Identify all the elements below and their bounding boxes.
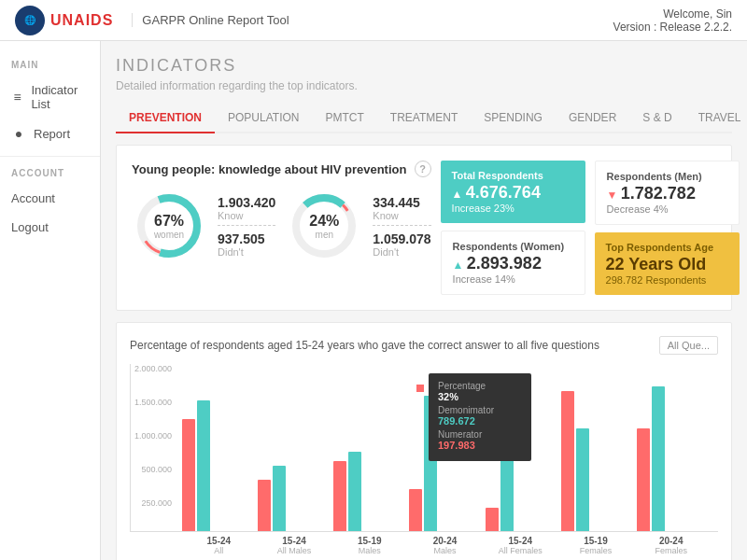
x-label-4: 15-24 All Females [483,536,558,555]
y-axis: 2.000.000 1.500.000 1.000.000 500.000 25… [131,364,177,532]
women-didnt-label: Didn't [218,246,275,258]
total-respondents-title: Total Respondents [452,170,574,181]
bar-red-6 [637,428,650,531]
header-left: 🌐 UNAIDS GARPR Online Report Tool [15,6,289,35]
sidebar-main-label: MAIN [0,56,100,76]
bar-red-3 [409,489,422,531]
right-stat-cards: Total Respondents ▲ 4.676.764 Increase 2… [441,161,585,295]
help-button[interactable]: ? [415,161,431,177]
page-subtitle: Detailed information regarding the top i… [116,79,732,92]
total-respondents-value: ▲ 4.676.764 [452,183,574,203]
bar-red-4 [486,508,499,531]
respondents-women-change: Increase 14% [453,273,573,285]
sidebar-logout-label: Logout [11,220,49,234]
x-labels: 15-24 All 15-24 All Males 15-19 Males 20… [130,536,718,555]
men-know-val: 334.445 [373,195,430,210]
chart-title: Percentage of respondents aged 15-24 yea… [130,339,599,352]
list-icon: ≡ [11,90,23,105]
men-stats: 334.445 Know 1.059.078 Didn't [373,195,430,258]
x-label-2: 15-19 Males [331,536,407,555]
tooltip-dot [416,385,424,392]
logo-emblem: 🌐 [15,6,45,35]
respondents-men-value: ▼ 1.782.782 [607,184,727,203]
sidebar-account-label-text: Account [11,191,55,205]
bar-red-5 [561,391,574,531]
top-respondents-change: 298.782 Respondents [606,274,728,286]
respondents-men-card: Respondents (Men) ▼ 1.782.782 Decrease 4… [595,161,740,225]
tab-spending[interactable]: SPENDING [471,104,556,133]
men-donut-label: 24% men [309,213,339,240]
tab-prevention[interactable]: PREVENTION [116,104,215,133]
bar-red-2 [333,461,346,531]
header-right: Welcome, Sin Version : Release 2.2.2. [613,7,732,34]
sidebar-item-indicator-list[interactable]: ≡ Indicator List [0,76,100,119]
tab-pmtct[interactable]: PMTCT [312,104,376,133]
tab-sd[interactable]: S & D [629,104,684,133]
main-content: INDICATORS Detailed information regardin… [101,41,747,560]
total-respondents-card: Total Respondents ▲ 4.676.764 Increase 2… [441,161,585,223]
bar-group-0 [182,400,254,531]
men-donut: 24% men [287,189,361,263]
young-people-title: Young people: knowledge about HIV preven… [132,161,431,177]
header: 🌐 UNAIDS GARPR Online Report Tool Welcom… [0,0,747,41]
bar-group-5 [561,391,633,531]
chart-section: Percentage of respondents aged 15-24 yea… [116,322,732,560]
sidebar-item-account[interactable]: Account [0,184,100,213]
x-label-5: 15-19 Females [558,536,634,555]
bar-teal-0 [197,400,210,531]
respondents-women-card: Respondents (Women) ▲ 2.893.982 Increase… [441,231,585,295]
bar-group-6 [637,386,709,531]
women-stats: 1.903.420 Know 937.505 Didn't [218,195,275,258]
page-title: INDICATORS [116,56,732,76]
respondents-men-title: Respondents (Men) [607,171,727,182]
x-label-3: 20-24 Males [407,536,483,555]
sidebar-account-label: ACCOUNT [0,164,100,184]
sidebar-item-logout[interactable]: Logout [0,213,100,242]
bar-teal-5 [576,428,589,531]
report-icon: ● [11,126,26,141]
donut-row: 67% women 1.903.420 Know 937.505 [132,189,431,263]
tab-treatment[interactable]: TREATMENT [377,104,471,133]
welcome-text: Welcome, Sin [613,7,732,21]
sidebar: MAIN ≡ Indicator List ● Report ACCOUNT A… [0,41,101,560]
respondents-women-value: ▲ 2.893.982 [453,254,573,273]
tabs: PREVENTION POPULATION PMTCT TREATMENT SP… [116,104,732,133]
bar-red-0 [182,419,195,531]
far-right-cards: Respondents (Men) ▼ 1.782.782 Decrease 4… [595,161,740,295]
sidebar-indicator-list-label: Indicator List [31,83,89,111]
bar-teal-1 [273,466,286,531]
total-respondents-change: Increase 23% [452,203,574,214]
men-didnt-label: Didn't [373,246,430,258]
bar-chart-wrap: Percentage 32% Demonimator 789.672 Numer… [130,364,718,551]
top-respondents-card: Top Respondents Age 22 Years Old 298.782… [595,232,740,295]
sidebar-divider [0,156,100,157]
bar-group-2 [333,452,405,531]
women-donut-label: 67% women [154,213,184,240]
app-title: GARPR Online Report Tool [132,13,289,27]
chart-filter-button[interactable]: All Que... [659,336,718,355]
women-didnt-val: 937.505 [218,231,275,246]
sidebar-report-label: Report [34,127,70,141]
x-label-0: 15-24 All [181,536,257,555]
chart-tooltip: Percentage 32% Demonimator 789.672 Numer… [429,373,531,461]
indicator-row: Young people: knowledge about HIV preven… [132,161,716,295]
bar-teal-2 [348,452,361,531]
bar-teal-6 [652,386,665,531]
version-text: Version : Release 2.2.2. [613,21,732,34]
indicator-card-area: Young people: knowledge about HIV preven… [116,145,732,311]
sidebar-item-report[interactable]: ● Report [0,119,100,148]
unaids-logo: 🌐 UNAIDS [15,6,113,35]
respondents-men-change: Decrease 4% [607,203,727,215]
logo-text: UNAIDS [50,12,113,29]
x-label-1: 15-24 All Males [257,536,332,555]
men-didnt-val: 1.059.078 [373,231,430,246]
x-label-6: 20-24 Females [633,536,709,555]
men-know-label: Know [373,210,430,221]
bar-red-1 [258,480,271,531]
tab-gender[interactable]: GENDER [556,104,629,133]
bar-group-1 [258,466,330,531]
tab-population[interactable]: POPULATION [215,104,312,133]
women-know-val: 1.903.420 [218,195,275,210]
young-people-card: Young people: knowledge about HIV preven… [132,161,431,295]
tab-travel[interactable]: TRAVEL [685,104,747,133]
